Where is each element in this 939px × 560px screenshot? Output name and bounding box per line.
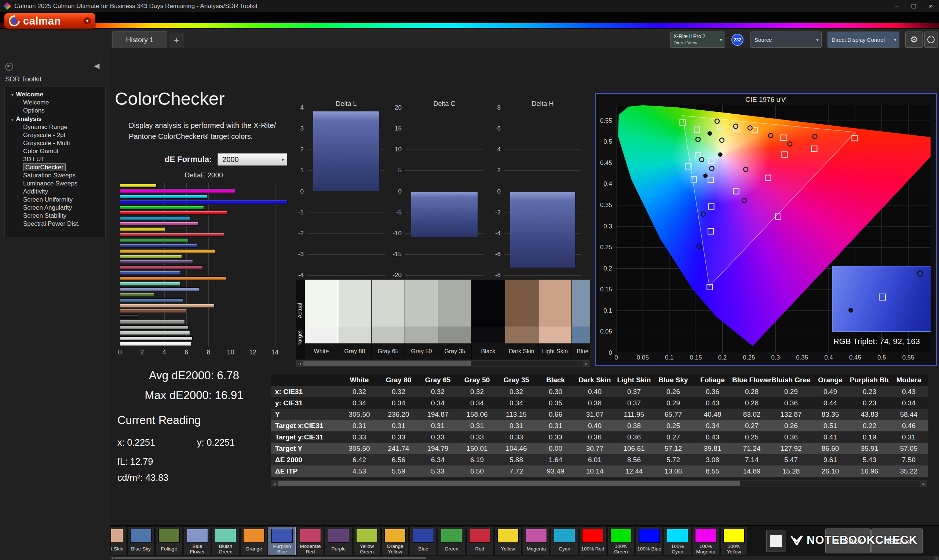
sidebar-item-grayscale-2pt[interactable]: Grayscale - 2pt: [5, 131, 105, 139]
display-control-dropdown[interactable]: Direct Display Control ▾: [828, 32, 899, 48]
patch-button-green[interactable]: Green: [438, 527, 465, 555]
sidebar-item-additivity[interactable]: Additivity: [5, 188, 105, 196]
patch-button-yellow-green[interactable]: Yellow Green: [353, 527, 380, 555]
patch-button-blue[interactable]: Blue: [410, 527, 437, 555]
sidebar-item-color-gamut[interactable]: Color Gamut: [5, 147, 105, 155]
table-cell: 0.41: [811, 433, 850, 441]
table-header-cell: Black: [536, 376, 575, 384]
table-cell: 0.25: [732, 433, 771, 441]
logo-menu-caret-icon[interactable]: ▾: [83, 17, 91, 25]
gridline: [405, 108, 483, 108]
scroll-thumb[interactable]: [278, 481, 740, 486]
sidebar-section-analysis[interactable]: ▾Analysis: [5, 115, 105, 123]
calman-logo[interactable]: calman ▾: [5, 13, 96, 29]
spectrum-strip: [0, 23, 939, 28]
next-button[interactable]: Next »: [871, 528, 923, 554]
table-header-cell: White: [340, 376, 379, 384]
swatch-scrollbar[interactable]: ◂ ▸: [296, 360, 590, 367]
scroll-right-icon[interactable]: ▸: [920, 481, 927, 487]
maximize-button[interactable]: □: [905, 0, 922, 12]
tick-label: 0.15: [600, 286, 612, 293]
patch-button-orange-yellow[interactable]: Orange Yellow: [381, 527, 409, 555]
sidebar-item-screen-stability[interactable]: Screen Stability: [5, 212, 105, 220]
page-scrollbar[interactable]: ◂ ▸: [109, 556, 939, 560]
meter-dropdown[interactable]: X-Rite i1Pro 2 Direct View ▾: [670, 32, 725, 48]
sidebar-item-label: Additivity: [23, 188, 48, 195]
power-button[interactable]: [924, 32, 937, 48]
sidebar-item-dynamic-range[interactable]: Dynamic Range: [5, 123, 105, 131]
patch-button-100-red[interactable]: 100% Red: [579, 527, 606, 555]
close-button[interactable]: ×: [922, 0, 939, 12]
delta-l-plot: [307, 108, 385, 275]
sidebar-item-colorchecker[interactable]: ColorChecker: [5, 163, 105, 172]
de-formula-label: dE Formula:: [165, 155, 212, 164]
scroll-track[interactable]: [303, 361, 583, 366]
de-formula-dropdown[interactable]: 2000 ▾: [217, 153, 287, 166]
swatch-label: Dark Skin: [505, 343, 538, 360]
tab-history-1[interactable]: History 1: [112, 31, 167, 48]
table-cell: 5.47: [771, 456, 811, 464]
deltae-bar-chart: [120, 183, 288, 347]
scroll-right-icon[interactable]: ▸: [583, 361, 590, 366]
patch-button-purple[interactable]: Purple: [325, 527, 352, 555]
patch-button-blue-flower[interactable]: Blue Flower: [184, 527, 211, 555]
pattern-window-button[interactable]: [766, 530, 786, 552]
patch-button-red[interactable]: Red: [466, 527, 493, 555]
back-button[interactable]: « Back: [825, 528, 871, 554]
sidebar-item-welcome[interactable]: Welcome: [5, 98, 105, 107]
minimize-button[interactable]: –: [888, 0, 905, 12]
patch-button-yellow[interactable]: Yellow: [495, 527, 521, 555]
deltae-bar-blue-sky: [120, 298, 183, 302]
scroll-track[interactable]: [114, 556, 934, 560]
sidebar-item-screen-uniformity[interactable]: Screen Uniformity: [5, 196, 105, 204]
scroll-thumb[interactable]: [303, 361, 471, 366]
scroll-left-icon[interactable]: ◂: [297, 361, 303, 366]
patch-button-purplish-blue[interactable]: Purplish Blue: [268, 527, 296, 555]
scroll-right-icon[interactable]: ▸: [934, 556, 939, 560]
sidebar-collapse-button[interactable]: ◀: [94, 61, 99, 70]
bar-row: [120, 271, 288, 275]
patch-button-bluish-green[interactable]: Bluish Green: [212, 527, 239, 555]
patch-button-orange[interactable]: Orange: [240, 527, 267, 555]
patch-button-100-blue[interactable]: 100% Blue: [636, 527, 663, 555]
settings-button[interactable]: ⚙: [905, 32, 923, 48]
sidebar-item-spectral-power-dist[interactable]: Spectral Power Dist.: [5, 220, 105, 228]
patch-button-light-skin[interactable]: Light Skin: [111, 527, 126, 555]
patch-label: Blue Flower: [184, 543, 211, 555]
sidebar-item-grayscale-multi[interactable]: Grayscale - Multi: [5, 139, 105, 147]
tick-label: 0.2: [603, 265, 612, 272]
meter-name: X-Rite i1Pro 2: [674, 33, 705, 40]
sidebar-item-luminance-sweeps[interactable]: Luminance Sweeps: [5, 180, 105, 188]
swatch-label: Gray 80: [338, 343, 371, 360]
sidebar-item-screen-angularity[interactable]: Screen Angularity: [5, 204, 105, 212]
deltae-bar-gray-50: [120, 325, 188, 329]
square-icon: [770, 535, 782, 547]
source-dropdown[interactable]: Source ▾: [751, 32, 822, 48]
patch-button-cyan[interactable]: Cyan: [551, 527, 578, 555]
record-icon[interactable]: [5, 63, 13, 71]
scroll-left-icon[interactable]: ◂: [110, 556, 114, 560]
add-tab-button[interactable]: +: [169, 32, 184, 48]
cie-1976-chart-panel[interactable]: CIE 1976 u'v' 00.050.10.150.20.250.30.35…: [595, 93, 937, 366]
patch-button-100-green[interactable]: 100% Green: [607, 527, 635, 555]
rgb-triplet-label: RGB Triplet: 74, 92, 163: [814, 337, 939, 346]
table-header-cell: Gray 50: [457, 376, 496, 384]
sidebar-item-3d-lut[interactable]: 3D LUT: [5, 155, 105, 163]
sidebar-section-welcome[interactable]: ▾Welcome: [5, 90, 105, 98]
patch-button-moderate-red[interactable]: Moderate Red: [297, 527, 324, 555]
sidebar-item-options[interactable]: Options: [5, 107, 105, 115]
table-row-label: Target y:CIE31: [271, 433, 340, 441]
scroll-track[interactable]: [278, 481, 920, 487]
patch-button-blue-sky[interactable]: Blue Sky: [127, 527, 154, 555]
patch-button-foliage[interactable]: Foliage: [156, 527, 183, 555]
bar-row: [120, 282, 288, 286]
patch-button-100-cyan[interactable]: 100% Cyan: [664, 527, 691, 555]
scroll-thumb[interactable]: [114, 557, 426, 559]
sidebar-item-saturation-sweeps[interactable]: Saturation Sweeps: [5, 172, 105, 180]
patch-button-100-yellow[interactable]: 100% Yellow: [720, 527, 748, 555]
avg-de2000: Avg dE2000: 6.78: [113, 369, 275, 382]
patch-button-100-magenta[interactable]: 100% Magenta: [692, 527, 719, 555]
scroll-left-icon[interactable]: ◂: [271, 481, 278, 487]
patch-button-magenta[interactable]: Magenta: [523, 527, 550, 555]
table-scrollbar[interactable]: ◂ ▸: [271, 480, 927, 487]
